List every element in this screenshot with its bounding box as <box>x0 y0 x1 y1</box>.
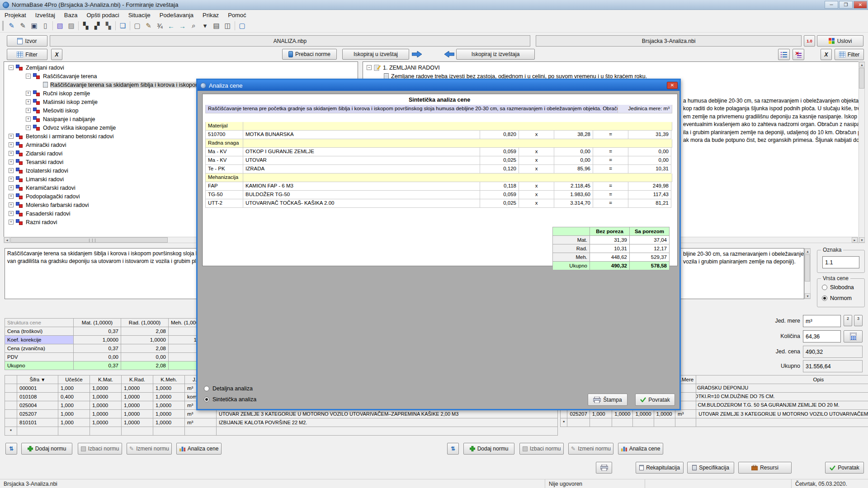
menu-opšti-podaci[interactable]: Opšti podaci <box>82 11 123 19</box>
struktura-value[interactable]: 1,0000 <box>121 336 169 344</box>
dialog-close-button[interactable]: ✕ <box>667 82 678 89</box>
kolicina-field[interactable]: 64,36 <box>803 330 841 343</box>
expand-icon[interactable]: + <box>26 91 31 96</box>
norm-col-opis[interactable]: Opis <box>696 375 868 384</box>
blocks-3-icon[interactable]: ▚ <box>103 20 114 31</box>
izbaci-normu-button-right[interactable]: Izbaci normu <box>519 443 564 455</box>
copy-to-report-arrow-icon[interactable] <box>410 49 423 60</box>
norm-row[interactable]: 8101011,0001,00001,00001,0000m³IZBIJANJE… <box>5 418 558 427</box>
menu-izveštaj[interactable]: Izveštaj <box>31 11 60 19</box>
struktura-value[interactable]: 2,08 <box>121 344 169 353</box>
izvor-button[interactable]: Izvor <box>7 35 47 47</box>
superscript-3-button[interactable]: 3 <box>854 315 863 326</box>
percent-icon[interactable]: ¾ <box>154 20 165 31</box>
filter-button-left[interactable]: Filter <box>7 49 47 60</box>
expand-icon[interactable]: + <box>9 185 14 190</box>
izmeni-normu-button-left[interactable]: ✎ Izmeni normu <box>127 443 172 455</box>
save-icon[interactable]: ▣ <box>28 20 40 31</box>
doc-edit-icon[interactable]: ✎ <box>143 20 154 31</box>
expand-icon[interactable]: + <box>26 125 31 130</box>
collapse-icon[interactable]: − <box>26 74 31 79</box>
menu-baza[interactable]: Baza <box>60 11 82 19</box>
collapse-icon[interactable]: − <box>367 65 372 70</box>
clear-filter-button-left[interactable]: X <box>51 49 62 60</box>
menu-pomoć[interactable]: Pomoć <box>223 11 250 19</box>
minimize-button[interactable]: ─ <box>825 1 838 9</box>
norm-row[interactable]: 0252071,0001,00001,00001,0000m³UTOVAR ZE… <box>561 410 868 418</box>
menu-projekat[interactable]: Projekat <box>0 11 31 19</box>
expand-icon[interactable]: + <box>9 194 14 199</box>
menu-prikaz[interactable]: Prikaz <box>198 11 223 19</box>
izmeni-normu-button-right[interactable]: ✎ Izmeni normu <box>568 443 613 455</box>
expand-icon[interactable]: + <box>9 142 14 147</box>
expand-icon[interactable]: + <box>9 134 14 139</box>
report-doc-icon[interactable]: ▢ <box>236 20 248 31</box>
scale-button[interactable]: 1.0 <box>804 35 815 47</box>
print-button[interactable] <box>596 462 612 474</box>
struktura-value[interactable]: 0,37 <box>74 344 121 353</box>
radio-detaljna-analiza[interactable]: Detaljna analiza <box>204 385 253 392</box>
right-tree-vscrollbar[interactable]: ▲ ▼ <box>859 61 865 243</box>
norms-book-icon[interactable]: ▧ <box>54 20 66 31</box>
analiza-cene-button-left[interactable]: Analiza cene <box>176 443 222 455</box>
clipboard-icon[interactable]: ▯ <box>40 20 51 31</box>
filter-button-right[interactable]: Filter <box>835 49 864 60</box>
book-icon[interactable]: ▨ <box>66 20 77 31</box>
calculator-button[interactable] <box>844 330 863 343</box>
struktura-value[interactable]: 2,08 <box>121 361 169 370</box>
norm-col-kmeh[interactable]: K.Meh. <box>153 375 185 384</box>
struktura-value[interactable]: 0,37 <box>74 327 121 336</box>
transfer-norm-button-right[interactable]: ⇅ <box>447 443 459 455</box>
rekapitulacija-button[interactable]: Rekapitulacija <box>636 462 684 474</box>
stampa-button[interactable]: Štampa <box>588 394 627 406</box>
norm-row[interactable]: * <box>5 427 558 436</box>
menu-situacije[interactable]: Situacije <box>124 11 155 19</box>
struktura-value[interactable]: 0,00 <box>121 353 169 361</box>
analiza-cene-button-right[interactable]: Analiza cene <box>618 443 663 455</box>
expand-icon[interactable]: + <box>9 220 14 225</box>
expand-icon[interactable]: + <box>26 99 31 104</box>
expand-icon[interactable]: + <box>9 160 14 164</box>
print-preview-icon[interactable]: ◫ <box>222 20 233 31</box>
source-file-bar[interactable]: ANALIZA.nbp <box>50 35 530 47</box>
struktura-value[interactable]: 1,0000 <box>74 336 121 344</box>
dodaj-normu-button-left[interactable]: Dodaj normu <box>21 443 72 455</box>
print-icon[interactable]: ▤ <box>211 20 222 31</box>
expand-icon[interactable]: + <box>9 202 14 207</box>
edit-project-icon[interactable]: ✎ <box>17 20 28 31</box>
window-layout-icon[interactable]: ❏ <box>117 20 128 31</box>
specifikacija-button[interactable]: Specifikacija <box>687 462 734 474</box>
jed-mere-field[interactable]: m³ <box>803 315 841 327</box>
dropdown-icon[interactable]: ▾ <box>199 20 211 31</box>
search-icon[interactable]: ⌕ <box>188 20 199 31</box>
blocks-1-icon[interactable]: ▚ <box>80 20 91 31</box>
forward-arrow-icon[interactable]: → <box>177 20 188 31</box>
collapse-list-button[interactable] <box>793 49 804 60</box>
uslovi-button[interactable]: Uslovi <box>817 35 863 47</box>
iskopiraj-u-izvestaj-button[interactable]: Iskopiraj u izveštaj <box>342 49 409 60</box>
norm-row[interactable]: * <box>561 418 868 427</box>
izbaci-normu-button-left[interactable]: Izbaci normu <box>78 443 122 455</box>
radio-sinteticka-analiza[interactable]: Sintetička analiza <box>204 396 256 403</box>
toolbar-grip[interactable] <box>2 21 5 31</box>
oznaka-field[interactable]: 1.1 <box>822 256 859 268</box>
struktura-value[interactable]: 0,37 <box>74 361 121 370</box>
norm-col-uee[interactable]: Učešće <box>58 375 90 384</box>
prebaci-norme-button[interactable]: Prebaci norme <box>282 49 337 60</box>
struktura-value[interactable]: 0,00 <box>74 353 121 361</box>
tree-item-zemljani-radovi[interactable]: −Zemljani radovi <box>4 63 358 72</box>
report-tree-item-zemljani[interactable]: − 1. ZEMLJANI RADOVI <box>363 63 864 72</box>
radio-slobodna[interactable]: Slobodna <box>822 284 854 291</box>
copy-from-report-arrow-icon[interactable] <box>443 49 456 60</box>
dialog-povratak-button[interactable]: Povratak <box>635 394 675 406</box>
transfer-norm-button-left[interactable]: ⇅ <box>5 443 17 455</box>
expand-list-button[interactable] <box>778 49 790 60</box>
expand-icon[interactable]: + <box>9 151 14 156</box>
superscript-2-button[interactable]: 2 <box>844 315 852 326</box>
expand-icon[interactable]: + <box>9 211 14 216</box>
clear-filter-button-right[interactable]: X <box>821 49 832 60</box>
close-button[interactable]: ✕ <box>854 1 867 9</box>
struktura-value[interactable]: 2,08 <box>121 327 169 336</box>
povratak-button[interactable]: Povratak <box>825 462 864 474</box>
expand-icon[interactable]: + <box>26 117 31 122</box>
